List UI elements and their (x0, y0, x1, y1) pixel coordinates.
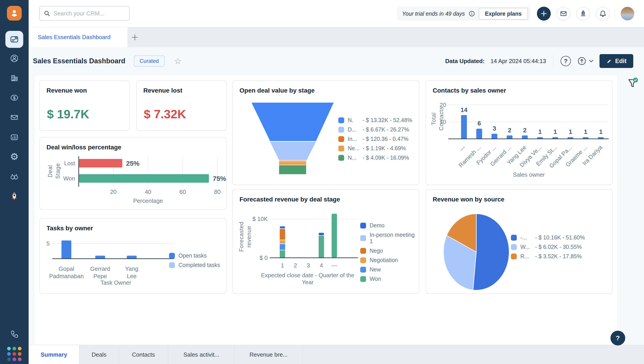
legend-label: N. (348, 117, 362, 124)
help-fab-button[interactable]: ? (610, 331, 625, 346)
chart-text: Won (63, 175, 75, 182)
pencil-icon (606, 58, 612, 64)
sidebar-item-contacts[interactable] (0, 54, 28, 63)
card-revenue-won: Revenue won $ 19.7K (39, 80, 130, 131)
sidebar-item-rocket[interactable] (0, 191, 28, 202)
notifications-button[interactable] (596, 7, 610, 20)
legend-item: Demo (360, 222, 419, 229)
chart-text: 14 (460, 106, 468, 113)
sidebar-item-accounts[interactable] (0, 73, 28, 83)
chart-text: 1 (584, 128, 588, 135)
card-open-deal-value: Open deal value by stage N.- $ 13.32K - … (232, 80, 419, 185)
legend-value: - $ 6.67K - 26.27% (362, 126, 409, 133)
legend-item: N.- $ 13.32K - 52.48% (338, 117, 412, 124)
sidebar-item-deals[interactable]: $ (0, 93, 28, 103)
legend-label: Open tasks (178, 252, 206, 259)
bar-chart-icon (10, 132, 19, 142)
help-icon[interactable]: ? (560, 56, 571, 66)
apps-grid-icon (7, 347, 22, 361)
freshworks-logo[interactable] (7, 6, 22, 20)
legend-swatch (511, 254, 517, 259)
edit-label: Edit (615, 58, 626, 64)
tab-revenue-breakdown[interactable]: Revenue bre... (235, 345, 302, 364)
chart-text: 2 (508, 127, 512, 134)
export-control[interactable] (577, 56, 594, 66)
page-title: Sales Essentials Dashboard (33, 57, 126, 65)
bar (79, 159, 122, 168)
bell-icon (599, 10, 607, 18)
explore-plans-button[interactable]: Explore plans (479, 8, 528, 20)
tab-sales-activities[interactable]: Sales activit... (168, 345, 235, 364)
add-tab-button[interactable] (130, 32, 140, 42)
chart-text: 6 (478, 120, 481, 127)
funnel-stage (270, 142, 316, 160)
funnel-stage (279, 165, 306, 174)
data-updated-label: Data Updated: (445, 58, 484, 64)
edit-button[interactable]: Edit (600, 54, 633, 68)
sidebar-item-phone[interactable] (0, 329, 28, 339)
chart-text: YangLee (125, 266, 138, 280)
x-axis-label: Sales owner (482, 171, 576, 178)
legend-label: Negotiation (370, 257, 398, 264)
sidebar-item-email[interactable] (0, 112, 28, 122)
y-axis-label: Total Contacts (430, 102, 445, 136)
sidebar-item-freddy-ai[interactable] (0, 172, 28, 182)
legend-label: W... (520, 244, 535, 250)
page-header: Sales Essentials Dashboard Curated ☆ Dat… (28, 47, 644, 75)
chart-text: 1 (554, 128, 557, 135)
plus-icon (540, 10, 547, 17)
sidebar-item-settings[interactable]: ⚙ (0, 152, 28, 162)
dashboard-tab-strip: Sales Essentials Dashboard (28, 27, 644, 47)
info-icon[interactable] (468, 10, 475, 17)
legend-item: N...- $ 4.09K - 16.09% (338, 154, 412, 161)
legend-swatch (511, 235, 517, 240)
sidebar-item-analytics[interactable] (0, 132, 28, 142)
chart-text: 75% (213, 175, 226, 182)
favorite-star-icon[interactable]: ☆ (174, 57, 182, 65)
legend-item: R...- $ 3.52K - 17.85% (511, 253, 585, 260)
legend-swatch (360, 276, 366, 282)
inbox-button[interactable] (556, 7, 570, 20)
bar (507, 136, 512, 139)
tab-deals[interactable]: Deals (80, 345, 119, 364)
chart-text: --- (458, 144, 467, 153)
card-forecasted-revenue: Forecasted revenue by deal stage $ 10K$ … (232, 189, 419, 294)
revenue-won-value: $ 19.7K (47, 107, 89, 121)
quick-add-button[interactable] (537, 7, 551, 20)
user-avatar[interactable] (620, 7, 634, 20)
legend-swatch (360, 235, 366, 241)
dashboard-filter-button[interactable] (626, 77, 640, 90)
bar-segment (280, 244, 285, 250)
sidebar-item-dashboard[interactable] (5, 31, 23, 48)
chart-text: 1 (281, 262, 284, 269)
chart-legend: N.- $ 13.32K - 52.48%D...- $ 6.67K - 26.… (338, 117, 412, 164)
bar (476, 128, 482, 139)
y-axis-label: Forecasted revenue (238, 216, 253, 257)
crm-dashboard-page: { "topbar": { "search_placeholder": "Sea… (0, 0, 644, 364)
contacts-by-owner-chart: 102014632211111---Ramesh ...Fyodor ...Ge… (426, 81, 613, 186)
sidebar-item-apps-grid[interactable] (0, 347, 28, 361)
legend-label: -... (520, 234, 535, 241)
chart-text: 1 (599, 128, 603, 135)
mail-icon (560, 10, 567, 18)
tab-contacts[interactable]: Contacts (119, 345, 168, 364)
whats-new-button[interactable] (576, 7, 590, 20)
x-axis-label: Percentage (79, 198, 217, 204)
legend-label: Won (370, 276, 381, 282)
bar-segment (280, 240, 285, 244)
trial-banner: Your trial ends in 49 days Explore plans (397, 7, 530, 20)
legend-label: In... (348, 136, 362, 142)
search-input[interactable] (54, 10, 120, 17)
bar (461, 115, 467, 139)
gear-icon: ⚙ (10, 152, 18, 162)
bar-segment (318, 236, 324, 258)
card-title: Revenue lost (143, 87, 182, 94)
dashboard-icon (9, 34, 20, 45)
revenue-lost-value: $ 7.32K (144, 107, 186, 121)
legend-value: - $ 120.36 - 0.47% (362, 136, 408, 142)
tab-summary[interactable]: Summary (28, 345, 80, 364)
legend-item: Completed tasks (169, 262, 220, 268)
search-box[interactable] (39, 6, 130, 21)
freddy-ai-icon (10, 172, 19, 182)
tab-sales-essentials-dashboard[interactable]: Sales Essentials Dashboard (29, 27, 128, 47)
